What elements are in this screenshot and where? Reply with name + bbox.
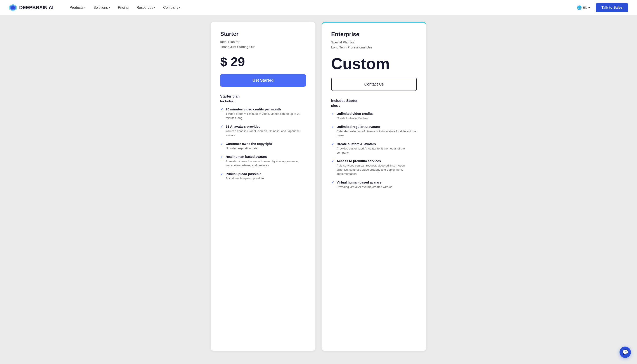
feature-title: Real human based avatars — [226, 154, 306, 159]
nav-item-company[interactable]: Company ▾ — [160, 4, 183, 11]
feature-title: 20 minutes video credits per month — [226, 107, 306, 112]
starter-plan-name: Starter — [220, 30, 306, 37]
nav-item-products[interactable]: Products ▾ — [67, 4, 89, 11]
check-icon: ✓ — [220, 142, 223, 146]
starter-plan-desc: Ideal Plan for Those Just Starting Out — [220, 40, 306, 49]
chevron-down-icon: ▾ — [179, 6, 180, 9]
chevron-down-icon: ▾ — [588, 6, 590, 10]
chat-icon: 💬 — [622, 350, 628, 355]
check-icon: ✓ — [331, 142, 334, 146]
enterprise-plan-card: Enterprise Special Plan for Long Term Pr… — [322, 22, 426, 351]
feature-desc: Paid services you can request: video edi… — [337, 164, 417, 176]
enterprise-plan-desc: Special Plan for Long Term Professional … — [331, 40, 417, 50]
list-item: ✓ Create custom AI avatars Provides cust… — [331, 142, 417, 155]
nav-item-solutions[interactable]: Solutions ▾ — [90, 4, 113, 11]
chevron-down-icon: ▾ — [154, 6, 155, 9]
feature-title: Unlimited video credits — [337, 111, 373, 116]
feature-desc: Extended selection of diverse built-in a… — [337, 130, 417, 138]
check-icon: ✓ — [331, 125, 334, 129]
starter-plan-price: $ 29 — [220, 56, 306, 68]
list-item: ✓ Access to premium services Paid servic… — [331, 159, 417, 176]
enterprise-features-title: Includes Starter, — [331, 99, 417, 103]
brand-name: DEEPBRAIN AI — [19, 5, 54, 10]
feature-desc: AI avatar shares the same human physical… — [226, 159, 306, 168]
list-item: ✓ Public upload possible Social media up… — [220, 172, 306, 181]
enterprise-plan-name: Enterprise — [331, 31, 417, 38]
feature-desc: Providing virtual AI avatars created wit… — [337, 185, 392, 189]
check-icon: ✓ — [220, 155, 223, 159]
enterprise-feature-list: ✓ Unlimited video credits Create Unlimit… — [331, 111, 417, 189]
chevron-down-icon: ▾ — [109, 6, 110, 9]
feature-desc: No video expiration date — [226, 146, 272, 150]
check-icon: ✓ — [220, 172, 223, 176]
feature-title: Unlimited regular AI avatars — [337, 124, 417, 129]
feature-desc: Social media upload possible — [226, 176, 264, 181]
chevron-down-icon: ▾ — [84, 6, 86, 9]
navbar: DEEPBRAIN AI Products ▾ Solutions ▾ Pric… — [0, 0, 637, 15]
list-item: ✓ 20 minutes video credits per month 1 v… — [220, 107, 306, 120]
chat-widget[interactable]: 💬 — [619, 346, 631, 358]
nav-item-resources[interactable]: Resources ▾ — [133, 4, 158, 11]
feature-desc: Provides customized AI Avatar to fit the… — [337, 147, 417, 155]
starter-features-title: Starter plan — [220, 94, 306, 98]
feature-title: Customer owns the copyright — [226, 142, 272, 146]
check-icon: ✓ — [331, 180, 334, 184]
logo-icon — [9, 4, 17, 12]
feature-title: Create custom AI avatars — [337, 142, 417, 146]
get-started-button[interactable]: Get Started — [220, 74, 306, 87]
nav-right: 🌐 EN ▾ Talk to Sales — [575, 3, 628, 12]
starter-features-subtitle: Includes : — [220, 99, 306, 103]
globe-icon: 🌐 — [577, 5, 582, 10]
feature-title: 11 AI avatars provided — [226, 124, 306, 129]
starter-feature-list: ✓ 20 minutes video credits per month 1 v… — [220, 107, 306, 181]
feature-title: Access to premium services — [337, 159, 417, 163]
check-icon: ✓ — [220, 107, 223, 112]
enterprise-plan-price: Custom — [331, 56, 417, 72]
check-icon: ✓ — [331, 159, 334, 163]
contact-us-button[interactable]: Contact Us — [331, 78, 417, 91]
check-icon: ✓ — [331, 112, 334, 116]
list-item: ✓ Unlimited regular AI avatars Extended … — [331, 124, 417, 138]
nav-links: Products ▾ Solutions ▾ Pricing Resources… — [67, 4, 575, 11]
list-item: ✓ Unlimited video credits Create Unlimit… — [331, 111, 417, 120]
check-icon: ✓ — [220, 124, 223, 129]
list-item: ✓ Virtual human-based avatars Providing … — [331, 180, 417, 189]
enterprise-features-subtitle: plus : — [331, 104, 417, 107]
list-item: ✓ 11 AI avatars provided You can choose … — [220, 124, 306, 138]
feature-desc: Create Unlimited Videos — [337, 116, 373, 120]
feature-title: Virtual human-based avatars — [337, 180, 392, 184]
list-item: ✓ Real human based avatars AI avatar sha… — [220, 154, 306, 168]
starter-plan-card: Starter Ideal Plan for Those Just Starti… — [211, 22, 315, 351]
main-content: Starter Ideal Plan for Those Just Starti… — [0, 15, 637, 364]
talk-to-sales-button[interactable]: Talk to Sales — [596, 3, 628, 12]
feature-desc: 1 video credit = 1 minute of video, vide… — [226, 112, 306, 120]
list-item: ✓ Customer owns the copyright No video e… — [220, 142, 306, 150]
nav-item-pricing[interactable]: Pricing — [115, 4, 132, 11]
language-selector[interactable]: 🌐 EN ▾ — [575, 4, 592, 11]
logo[interactable]: DEEPBRAIN AI — [9, 4, 54, 12]
feature-desc: You can choose Global, Korean, Chinese, … — [226, 129, 306, 138]
feature-title: Public upload possible — [226, 172, 264, 176]
